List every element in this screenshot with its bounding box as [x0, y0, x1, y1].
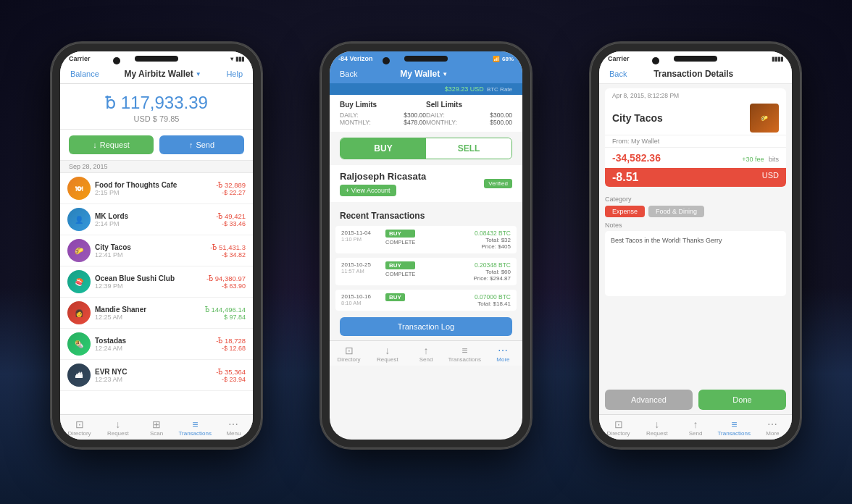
btc-tx-2[interactable]: 2015-10-16 8:10 AM BUY 0.07000 BTC Total…	[335, 290, 517, 311]
view-account-button[interactable]: + View Account	[340, 185, 396, 196]
tx-item-4[interactable]: 👩 Mandie Shaner 12:25 AM ƀ 144,496.14 $ …	[60, 298, 253, 329]
phone-1: Carrier 10:32 PM ▾ ▮▮▮ Balance My Airbit…	[51, 43, 262, 448]
nav-help-link[interactable]: Help	[226, 70, 243, 78]
status-icons-1: ▾ ▮▮▮	[230, 56, 244, 62]
send-button[interactable]: ↑ Send	[159, 135, 244, 154]
nav-transactions-3[interactable]: ≡ Transactions	[715, 418, 753, 438]
sell-daily-row: DAILY: $300.00	[426, 112, 512, 119]
phone-2: -84 Verizon 1:13 PM 📶 68% Back My Wallet…	[321, 43, 531, 448]
phone-1-shell: Carrier 10:32 PM ▾ ▮▮▮ Balance My Airbit…	[51, 43, 262, 448]
nav-transactions-1[interactable]: ≡ Transactions	[176, 418, 214, 438]
buy-limits-col: Buy Limits DAILY: $300.00 MONTHLY: $478.…	[340, 101, 426, 126]
tx-avatar-4: 👩	[67, 301, 91, 324]
expense-tag[interactable]: Expense	[605, 206, 645, 217]
nav-more-3[interactable]: ⋯ More	[753, 418, 792, 438]
wallet-chevron-2-icon: ▼	[442, 71, 448, 77]
nav-request-3[interactable]: ↓ Request	[638, 418, 676, 438]
detail-section: Apr 8, 2015, 8:12:28 PM City Tacos 🌮 Fro…	[605, 88, 786, 187]
nav-send-3[interactable]: ↑ Send	[676, 418, 714, 438]
fee-amount: +30 fee	[742, 156, 764, 163]
done-button[interactable]: Done	[698, 390, 786, 410]
btc-type-1: BUY COMPLETE	[385, 261, 415, 277]
food-tag[interactable]: Food & Dining	[648, 206, 704, 217]
nav-request-2[interactable]: ↓ Request	[368, 344, 406, 364]
nav-back-2[interactable]: Back	[340, 70, 357, 78]
tx-item-5[interactable]: 🌯 Tostadas 12:24 AM -ƀ 18,728 -$ 12.68	[60, 329, 253, 360]
transactions-icon-2: ≡	[462, 345, 467, 356]
carrier-1: Carrier	[69, 55, 91, 62]
transaction-log-button[interactable]: Transaction Log	[340, 317, 512, 336]
tx-btc-4: ƀ 144,496.14	[205, 306, 246, 314]
notes-box[interactable]: Best Tacos in the World! Thanks Gerry	[605, 231, 786, 296]
carrier-3: Carrier	[608, 55, 630, 62]
sell-monthly-row: MONTHLY: $500.00	[426, 119, 512, 126]
user-section: Raljoseph Ricasata + View Account Verifi…	[330, 165, 522, 202]
phones-row: Carrier 10:32 PM ▾ ▮▮▮ Balance My Airbit…	[0, 43, 852, 448]
advanced-button[interactable]: Advanced	[605, 390, 693, 410]
btc-type-2: BUY	[385, 293, 405, 301]
buy-limits-title: Buy Limits	[340, 101, 426, 109]
nav-back-3[interactable]: Back	[609, 70, 627, 78]
tx-info-6: EVR NYC 12:23 AM	[95, 368, 212, 383]
nav-request-1[interactable]: ↓ Request	[99, 418, 137, 438]
nav-more-2[interactable]: ⋯ More	[484, 344, 522, 364]
tx-info-0: Food for Thoughts Cafe 2:15 PM	[95, 181, 212, 196]
battery-percent-icon: 📶	[493, 56, 500, 62]
tx-amounts-2: -ƀ 51,431.3 -$ 34.82	[210, 243, 246, 259]
buy-daily-row: DAILY: $300.00	[340, 112, 426, 119]
nav-directory-1[interactable]: ⊡ Directory	[60, 418, 99, 438]
tx-amounts-1: -ƀ 49,421 -$ 33.46	[216, 212, 246, 227]
tx-item-6[interactable]: 🏙 EVR NYC 12:23 AM -ƀ 35,364 -$ 23.94	[60, 360, 253, 391]
merchant-image: 🌮	[750, 104, 779, 133]
sell-tab[interactable]: SELL	[426, 138, 511, 159]
directory-icon: ⊡	[75, 419, 84, 429]
tx-btc-3: -ƀ 94,380.97	[206, 274, 246, 282]
tx-avatar-1: 👤	[67, 208, 91, 231]
btc-tx-1[interactable]: 2015-10-25 11:57 AM BUY COMPLETE 0.20348…	[335, 258, 517, 285]
battery-icon: ▮▮▮	[235, 56, 244, 62]
tx-item-2[interactable]: 🌮 City Tacos 12:41 PM -ƀ 51,431.3 -$ 34.…	[60, 235, 253, 266]
notes-label: Notes	[605, 222, 786, 229]
tx-info-4: Mandie Shaner 12:25 AM	[95, 306, 201, 321]
tx-info-3: Ocean Blue Sushi Club 12:39 PM	[95, 274, 202, 290]
buy-tab[interactable]: BUY	[341, 138, 426, 159]
wifi-icon: ▾	[230, 56, 233, 62]
directory-icon-2: ⊡	[345, 345, 354, 356]
nav-send-2[interactable]: ↑ Send	[406, 344, 445, 364]
fee-unit: bits	[769, 156, 779, 163]
nav-directory-3[interactable]: ⊡ Directory	[599, 418, 638, 438]
sell-limits-title: Sell Limits	[426, 101, 512, 109]
tx-name-0: Food for Thoughts Cafe	[95, 181, 212, 189]
tx-name-6: EVR NYC	[95, 368, 212, 376]
tx-item-0[interactable]: 🍽 Food for Thoughts Cafe 2:15 PM -ƀ 32,8…	[60, 173, 253, 204]
nav-scan-1[interactable]: ⊞ Scan	[137, 418, 175, 438]
phone3-status-bar: Carrier 1:07 AM ▮▮▮▮	[599, 51, 792, 64]
nav-directory-2[interactable]: ⊡ Directory	[330, 344, 368, 364]
tx-time-6: 12:23 AM	[95, 376, 212, 383]
usd-amount: -8.51	[612, 171, 638, 184]
nav-title-3: Transaction Details	[653, 69, 733, 79]
tx-btc-5: -ƀ 18,728	[216, 337, 246, 345]
status-icons-3: ▮▮▮▮	[772, 56, 783, 62]
phone2-status-bar: -84 Verizon 1:13 PM 📶 68%	[330, 51, 522, 64]
tx-item-1[interactable]: 👤 MK Lords 2:14 PM -ƀ 49,421 -$ 33.46	[60, 204, 253, 235]
sell-daily-amount: $300.00	[490, 112, 512, 119]
tx-avatar-2: 🌮	[67, 239, 91, 262]
nav-balance-link[interactable]: Balance	[70, 70, 99, 78]
btc-tx-0[interactable]: 2015-11-04 1:10 PM BUY COMPLETE 0.08432 …	[335, 226, 517, 253]
request-button[interactable]: ↓ Request	[69, 135, 154, 154]
buy-daily-amount: $300.00	[404, 112, 426, 119]
phone2-bottom-nav: ⊡ Directory ↓ Request ↑ Send ≡	[330, 340, 522, 366]
phone-3-shell: Carrier 1:07 AM ▮▮▮▮ Back Transaction De…	[590, 43, 801, 448]
nav-transactions-2[interactable]: ≡ Transactions	[446, 344, 484, 364]
nav-menu-1[interactable]: ⋯ Menu	[214, 418, 253, 438]
tx-item-3[interactable]: 🍣 Ocean Blue Sushi Club 12:39 PM -ƀ 94,3…	[60, 266, 253, 298]
action-buttons: ↓ Request ↑ Send	[69, 135, 244, 154]
request-icon: ↓	[115, 419, 120, 429]
tx-usd-6: -$ 23.94	[216, 376, 246, 383]
balance-section: ƀ 117,933.39 USD $ 79.85	[60, 84, 253, 130]
tx-name-4: Mandie Shaner	[95, 306, 201, 314]
tx-info-2: City Tacos 12:41 PM	[95, 243, 206, 259]
time-1: 10:32 PM	[146, 55, 175, 62]
send-icon-2: ↑	[424, 345, 429, 356]
